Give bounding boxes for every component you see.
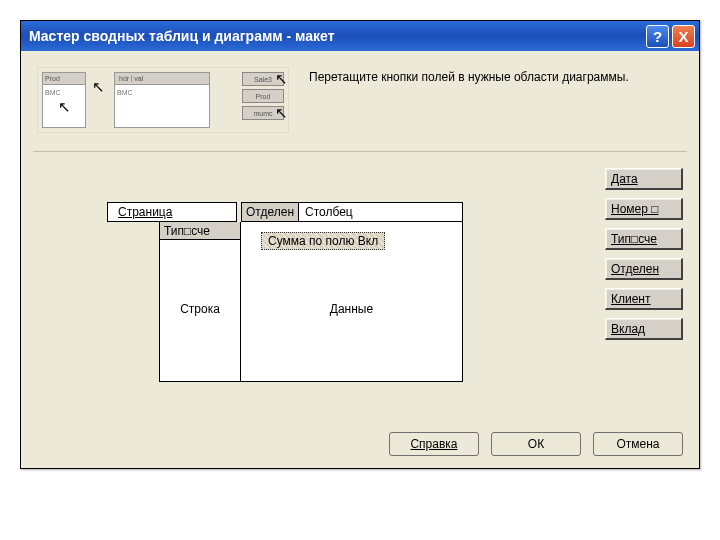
help-button[interactable]: Справка	[389, 432, 479, 456]
placed-column-field[interactable]: Отделен	[242, 203, 299, 221]
page-dropzone[interactable]: Страница	[107, 202, 237, 222]
help-icon[interactable]: ?	[646, 25, 669, 48]
wizard-window: Мастер сводных таблиц и диаграмм - макет…	[20, 20, 700, 469]
mini-table-left: Prod BMC	[42, 72, 86, 128]
instruction-text: Перетащите кнопки полей в нужные области…	[309, 67, 683, 133]
layout-editor: Страница Отделен Столбец Тип□сче Строка …	[33, 182, 687, 392]
field-button[interactable]: Отделен	[605, 258, 683, 280]
field-buttons-list: Дата Номер □ Тип□сче Отделен Клиент Вкла…	[605, 168, 683, 392]
pivot-layout: Страница Отделен Столбец Тип□сче Строка …	[37, 182, 591, 392]
titlebar: Мастер сводных таблиц и диаграмм - макет…	[21, 21, 699, 51]
ok-button[interactable]: ОК	[491, 432, 581, 456]
data-zone-label: Данные	[241, 302, 462, 316]
cancel-button[interactable]: Отмена	[593, 432, 683, 456]
placed-data-field[interactable]: Сумма по полю Вкл	[261, 232, 385, 250]
mini-button-stack: Sale3 Prod mumc	[242, 72, 284, 120]
page-zone-label: Страница	[112, 205, 178, 219]
column-dropzone[interactable]: Отделен Столбец	[241, 202, 463, 222]
close-icon[interactable]: X	[672, 25, 695, 48]
field-button[interactable]: Вклад	[605, 318, 683, 340]
data-dropzone[interactable]: Сумма по полю Вкл Данные	[241, 222, 463, 382]
row-dropzone[interactable]: Тип□сче Строка	[159, 222, 241, 382]
mini-table-right: hdrval BMC	[114, 72, 210, 128]
field-button[interactable]: Дата	[605, 168, 683, 190]
column-zone-label: Столбец	[299, 205, 359, 219]
field-button[interactable]: Клиент	[605, 288, 683, 310]
row-zone-label: Строка	[160, 302, 240, 316]
dialog-buttons: Справка ОК Отмена	[33, 432, 687, 456]
window-title: Мастер сводных таблиц и диаграмм - макет	[29, 28, 643, 44]
placed-row-field[interactable]: Тип□сче	[160, 222, 240, 240]
thumbnail-layout: Prod BMC ↖ hdrval BMC ↖ Sale3 Prod	[37, 67, 289, 133]
field-button[interactable]: Тип□сче	[605, 228, 683, 250]
dialog-body: Prod BMC ↖ hdrval BMC ↖ Sale3 Prod	[21, 51, 699, 468]
cursor-icon: ↖	[92, 78, 105, 96]
field-button[interactable]: Номер □	[605, 198, 683, 220]
top-illustration: Prod BMC ↖ hdrval BMC ↖ Sale3 Prod	[33, 61, 687, 152]
